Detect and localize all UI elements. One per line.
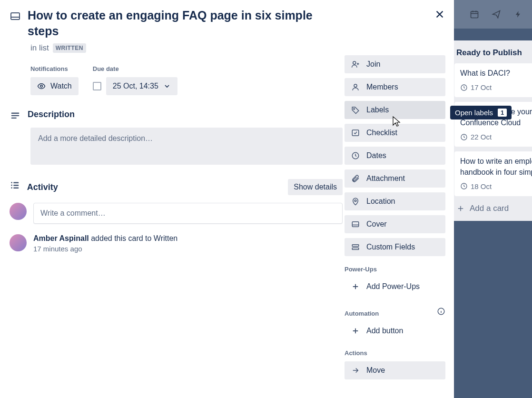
bolt-icon[interactable] xyxy=(513,9,523,20)
sidebar-item-label: Join xyxy=(366,60,380,69)
card-date: 18 Oct xyxy=(460,181,532,191)
svg-rect-0 xyxy=(471,11,478,18)
due-checkbox[interactable] xyxy=(93,82,101,90)
notifications-block: Notifications Watch xyxy=(30,65,79,95)
list-pill[interactable]: WRITTEN xyxy=(53,43,86,53)
attachment-button[interactable]: Attachment xyxy=(345,169,445,188)
sidebar-item-label: Dates xyxy=(366,151,386,160)
members-button[interactable]: Members xyxy=(345,78,445,96)
send-icon[interactable] xyxy=(491,9,502,20)
svg-point-17 xyxy=(354,109,355,109)
chevron-down-icon xyxy=(163,82,171,90)
svg-rect-7 xyxy=(11,115,20,116)
due-date-label: Due date xyxy=(93,65,177,72)
comment-input[interactable]: Write a comment… xyxy=(33,203,343,224)
clock-icon xyxy=(351,151,360,160)
close-icon[interactable] xyxy=(433,8,446,21)
activity-time: 17 minutes ago xyxy=(33,245,177,253)
info-icon[interactable] xyxy=(437,307,445,316)
description-input[interactable]: Add a more detailed description… xyxy=(30,128,343,165)
svg-rect-8 xyxy=(11,118,17,119)
tooltip-key: 1 xyxy=(498,109,507,117)
svg-rect-23 xyxy=(352,248,359,250)
svg-point-20 xyxy=(355,200,356,202)
plus-icon xyxy=(351,327,360,335)
checklist-button[interactable]: Checklist xyxy=(345,124,445,142)
card-date: 17 Oct xyxy=(460,82,532,92)
description-heading: Description xyxy=(28,109,75,119)
board-card[interactable]: What is DACI? 17 Oct xyxy=(454,63,532,97)
activity-action: added this card to Written xyxy=(89,234,177,242)
activity-entry: Amber Aspinall added this card to Writte… xyxy=(10,234,343,253)
svg-rect-10 xyxy=(14,182,19,183)
sidebar-item-label: Members xyxy=(366,83,398,91)
user-plus-icon xyxy=(351,60,360,69)
fields-icon xyxy=(351,243,360,251)
add-card-button[interactable]: Add a card xyxy=(454,201,532,216)
add-automation-button[interactable]: Add button xyxy=(345,322,445,340)
board-column: Ready to Publish What is DACI? 17 Oct Ho… xyxy=(450,40,532,221)
svg-rect-22 xyxy=(352,245,359,247)
user-icon xyxy=(351,83,360,91)
activity-heading: Activity xyxy=(27,182,58,192)
map-pin-icon xyxy=(351,197,360,206)
check-square-icon xyxy=(351,129,360,137)
arrow-right-icon xyxy=(351,366,360,375)
svg-rect-6 xyxy=(11,113,20,114)
move-button[interactable]: Move xyxy=(345,361,445,379)
custom-fields-button[interactable]: Custom Fields xyxy=(345,238,445,256)
svg-point-5 xyxy=(40,85,43,88)
actions-heading: Actions xyxy=(345,349,445,357)
activity-author[interactable]: Amber Aspinall xyxy=(33,234,89,242)
svg-point-15 xyxy=(353,61,356,64)
svg-rect-12 xyxy=(14,185,19,186)
tag-icon xyxy=(351,106,360,114)
tooltip-text: Open labels xyxy=(455,109,493,117)
svg-point-16 xyxy=(354,84,357,87)
column-title: Ready to Publish xyxy=(456,48,532,58)
paperclip-icon xyxy=(351,174,360,183)
powerups-heading: Power-Ups xyxy=(345,266,445,273)
avatar xyxy=(10,234,27,251)
card-list-info: in list WRITTEN xyxy=(30,43,343,53)
location-button[interactable]: Location xyxy=(345,192,445,210)
svg-rect-18 xyxy=(352,130,359,136)
dates-button[interactable]: Dates xyxy=(345,147,445,165)
calendar-icon[interactable] xyxy=(469,9,480,20)
description-icon xyxy=(10,110,21,121)
sidebar-item-label: Labels xyxy=(366,106,389,114)
sidebar-item-label: Cover xyxy=(366,220,387,229)
join-button[interactable]: Join xyxy=(345,55,445,73)
sidebar-item-label: Location xyxy=(366,197,395,206)
svg-rect-14 xyxy=(14,188,19,189)
labels-tooltip: Open labels 1 xyxy=(450,106,512,119)
cover-button[interactable]: Cover xyxy=(345,215,445,233)
sidebar-item-label: Attachment xyxy=(366,174,405,183)
card-date: 22 Oct xyxy=(460,132,532,142)
svg-point-13 xyxy=(11,187,13,189)
sidebar-item-label: Checklist xyxy=(366,129,397,137)
card-title[interactable]: How to create an engaging FAQ page in si… xyxy=(28,8,343,39)
add-powerups-button[interactable]: Add Power-Ups xyxy=(345,278,445,296)
svg-point-9 xyxy=(11,182,13,183)
automation-heading: Automation xyxy=(345,310,379,317)
show-details-button[interactable]: Show details xyxy=(288,179,343,195)
card-sidebar: JoinMembersLabelsChecklistDatesAttachmen… xyxy=(345,55,445,384)
due-date-block: Due date 25 Oct, 14:35 xyxy=(93,65,177,95)
sidebar-item-label: Custom Fields xyxy=(366,243,415,251)
labels-button[interactable]: Labels xyxy=(345,101,445,119)
notifications-label: Notifications xyxy=(30,65,79,72)
svg-rect-21 xyxy=(352,222,359,227)
watch-button[interactable]: Watch xyxy=(30,77,79,95)
plus-icon xyxy=(351,282,360,291)
avatar xyxy=(10,203,27,220)
due-date-button[interactable]: 25 Oct, 14:35 xyxy=(106,77,177,95)
activity-icon xyxy=(10,180,20,190)
card-modal: How to create an engaging FAQ page in si… xyxy=(0,0,454,398)
board-card[interactable]: How to write an employee handbook in fou… xyxy=(454,151,532,196)
card-text: What is DACI? xyxy=(460,68,532,79)
svg-rect-4 xyxy=(11,13,20,20)
card-text: How to write an employee handbook in fou… xyxy=(460,156,532,178)
svg-point-11 xyxy=(11,185,13,186)
cover-icon xyxy=(351,220,360,229)
